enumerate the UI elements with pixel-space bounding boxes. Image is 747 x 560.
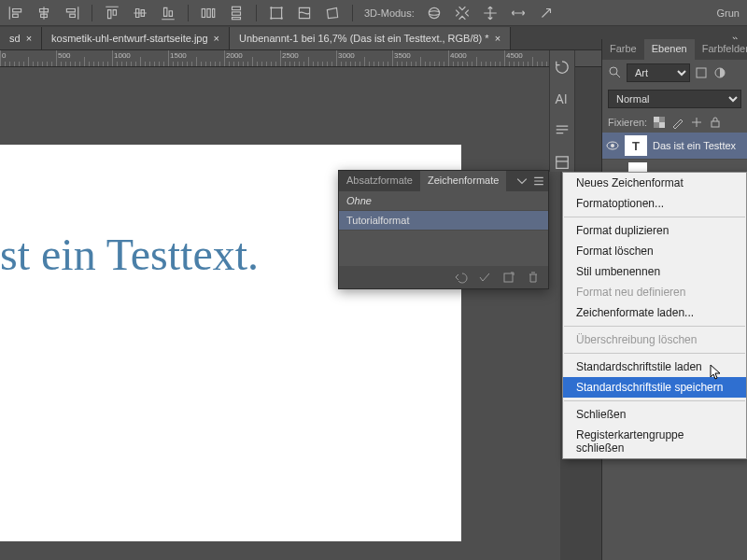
filter-pixel-icon[interactable]	[694, 65, 709, 80]
tab-label: kosmetik-uhl-entwurf-startseite.jpg	[51, 33, 208, 44]
svg-rect-19	[654, 117, 659, 122]
lock-transparency-icon[interactable]	[653, 116, 666, 129]
tab-layers[interactable]: Ebenen	[644, 39, 695, 60]
document-tab[interactable]: kosmetik-uhl-entwurf-startseite.jpg ×	[42, 27, 230, 49]
workspace-label[interactable]: Grun	[717, 7, 740, 19]
svg-rect-0	[202, 8, 204, 17]
svg-rect-3	[233, 7, 241, 9]
orbit-icon[interactable]	[426, 5, 443, 21]
history-icon[interactable]	[553, 58, 571, 77]
menu-rename-style[interactable]: Stil umbenennen	[563, 261, 746, 282]
menu-load-default-styles[interactable]: Standardschriftstile laden	[563, 357, 746, 377]
character-panel-icon[interactable]: A	[553, 90, 571, 108]
panel-context-menu: Neues Zeichenformat Formatoptionen... Fo…	[562, 172, 747, 459]
close-icon[interactable]: ×	[214, 33, 219, 44]
collapsed-panel-dock: A	[549, 50, 575, 172]
menu-separator	[564, 326, 745, 327]
close-icon[interactable]: ×	[495, 33, 500, 44]
svg-rect-1	[207, 8, 210, 17]
lock-pixels-icon[interactable]	[671, 116, 684, 129]
svg-point-11	[429, 7, 439, 18]
align-center-v-icon[interactable]	[132, 5, 148, 21]
lock-label: Fixieren:	[608, 117, 647, 128]
document-tab[interactable]: sd ×	[0, 27, 42, 49]
menu-separator	[564, 217, 745, 217]
tab-character-styles[interactable]: Zeichenformate	[420, 171, 506, 191]
scale3d-icon[interactable]	[538, 5, 555, 21]
style-item-tutorial[interactable]: Tutorialformat	[339, 211, 548, 231]
undo-override-icon[interactable]	[453, 270, 468, 285]
trash-icon[interactable]	[526, 270, 541, 285]
mode3d-label: 3D-Modus:	[364, 7, 415, 19]
visibility-eye-icon[interactable]	[606, 139, 619, 152]
document-tab-active[interactable]: Unbenannt-1 bei 16,7% (Das ist ein Testt…	[230, 27, 511, 49]
apply-icon[interactable]	[477, 270, 492, 285]
close-icon[interactable]: ×	[26, 33, 32, 44]
filter-kind-select[interactable]: Art	[627, 63, 690, 82]
styles-panel-icon[interactable]	[553, 153, 571, 172]
svg-rect-4	[233, 11, 241, 14]
new-style-icon[interactable]	[501, 270, 516, 285]
warp-icon[interactable]	[296, 5, 313, 21]
menu-new-char-format[interactable]: Neues Zeichenformat	[563, 173, 746, 193]
svg-rect-6	[271, 7, 281, 18]
tab-swatches[interactable]: Farbfelder	[695, 39, 747, 60]
svg-rect-2	[213, 8, 215, 17]
menu-close[interactable]: Schließen	[563, 404, 746, 425]
filter-adjust-icon[interactable]	[712, 65, 727, 80]
lock-all-icon[interactable]	[709, 116, 722, 129]
svg-point-8	[281, 7, 283, 8]
menu-delete-format[interactable]: Format löschen	[563, 241, 746, 261]
menu-load-char-formats[interactable]: Zeichenformate laden...	[563, 302, 746, 323]
menu-separator	[564, 353, 745, 354]
search-icon[interactable]	[608, 65, 623, 80]
svg-point-23	[611, 144, 614, 147]
menu-redefine-format: Format neu definieren	[563, 282, 746, 302]
text-layer-content[interactable]: st ein Testtext.	[0, 229, 259, 280]
divider	[188, 5, 189, 21]
menu-separator	[564, 400, 745, 401]
divider	[256, 5, 257, 21]
lock-position-icon[interactable]	[690, 116, 703, 129]
menu-format-options[interactable]: Formatoptionen...	[563, 193, 746, 214]
align-left-icon[interactable]	[7, 5, 24, 21]
slide-icon[interactable]	[510, 5, 527, 21]
styles-list: Ohne Tutorialformat	[339, 191, 548, 266]
menu-clear-override: Überschreibung löschen	[563, 329, 746, 350]
pan3d-icon[interactable]	[482, 5, 499, 21]
roll-icon[interactable]	[454, 5, 471, 21]
layer-name[interactable]: Das ist ein Testtex	[653, 140, 736, 151]
layer-row[interactable]: T Das ist ein Testtex	[602, 133, 747, 160]
transform-icon[interactable]	[268, 5, 285, 21]
layer-thumbnail[interactable]: T	[625, 135, 647, 156]
paragraph-panel-icon[interactable]	[553, 121, 571, 140]
tab-paragraph-styles[interactable]: Absatzformate	[339, 171, 420, 191]
menu-close-tab-group[interactable]: Registerkartengruppe schließen	[563, 425, 746, 458]
tab-color[interactable]: Farbe	[602, 39, 644, 60]
svg-rect-16	[697, 68, 706, 77]
align-center-h-icon[interactable]	[35, 5, 52, 21]
menu-save-default-styles[interactable]: Standardschriftstile speichern	[563, 377, 746, 398]
panel-footer	[339, 266, 548, 288]
svg-point-9	[270, 17, 272, 19]
menu-duplicate-format[interactable]: Format duplizieren	[563, 220, 746, 241]
blend-mode-select[interactable]: Normal	[608, 90, 741, 108]
canvas-area[interactable]: st ein Testtext.	[0, 67, 560, 560]
collapse-icon[interactable]	[516, 175, 528, 187]
align-bottom-icon[interactable]	[160, 5, 176, 21]
tab-label: Unbenannt-1 bei 16,7% (Das ist ein Testt…	[239, 33, 489, 44]
svg-point-15	[610, 67, 617, 75]
align-top-icon[interactable]	[104, 5, 120, 21]
tab-label: sd	[9, 33, 21, 44]
distort-icon[interactable]	[324, 5, 341, 21]
svg-rect-5	[233, 17, 241, 19]
align-right-icon[interactable]	[63, 5, 80, 21]
distribute-v-icon[interactable]	[228, 5, 245, 21]
character-styles-panel: Absatzformate Zeichenformate Ohne Tutori…	[338, 170, 549, 289]
panel-menu-icon[interactable]	[533, 175, 544, 187]
svg-text:A: A	[556, 92, 565, 106]
distribute-h-icon[interactable]	[200, 5, 217, 21]
svg-rect-14	[504, 273, 513, 282]
divider	[352, 5, 353, 21]
style-item-none[interactable]: Ohne	[339, 191, 548, 211]
